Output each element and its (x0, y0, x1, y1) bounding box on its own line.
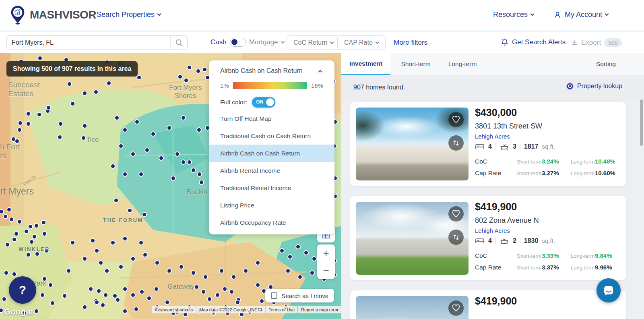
nav-resources[interactable]: Resources (493, 10, 534, 19)
map-property-dot[interactable] (88, 286, 93, 292)
map-property-dot[interactable] (106, 81, 111, 86)
map-property-dot[interactable] (103, 292, 108, 298)
map-property-dot[interactable] (81, 135, 86, 141)
get-search-alerts-button[interactable]: Get Search Alerts (501, 38, 566, 46)
map-property-dot[interactable] (155, 260, 160, 265)
chevron-up-icon[interactable] (318, 70, 322, 74)
map-property-dot[interactable] (46, 105, 51, 110)
property-neighborhood-link[interactable]: Lehigh Acres (475, 227, 510, 234)
export-button[interactable]: Export 500 (571, 38, 622, 47)
map-property-dot[interactable] (154, 286, 159, 292)
map-property-dot[interactable] (229, 289, 234, 294)
map-property-dot[interactable] (297, 274, 303, 280)
mashvisor-logo[interactable]: MASHVISOR (10, 5, 96, 25)
map-property-dot[interactable] (57, 135, 62, 140)
map-property-dot[interactable] (144, 147, 150, 153)
map-property-dot[interactable] (70, 101, 75, 106)
map-property-dot[interactable] (100, 302, 105, 308)
map-property-dot[interactable] (122, 172, 128, 177)
map-property-dot[interactable] (26, 111, 31, 116)
map-property-dot[interactable] (96, 288, 101, 294)
map-property-dot[interactable] (4, 270, 9, 276)
map-property-dot[interactable] (12, 237, 17, 242)
map-property-dot[interactable] (196, 127, 202, 133)
map-property-dot[interactable] (26, 121, 31, 126)
map-property-dot[interactable] (181, 160, 186, 165)
map-property-dot[interactable] (104, 268, 109, 273)
map-property-dot[interactable] (41, 220, 46, 225)
map-property-dot[interactable] (2, 296, 7, 302)
help-button[interactable]: ? (9, 276, 36, 304)
map-property-dot[interactable] (3, 214, 8, 219)
property-card[interactable]: $430,000 3801 13th Street SW Lehigh Acre… (350, 102, 626, 186)
map-attribution-link[interactable]: Terms of Use (266, 306, 297, 313)
heatmap-metric-item[interactable]: Listing Price (209, 197, 334, 214)
map-property-dot[interactable] (62, 293, 67, 298)
chat-launcher-button[interactable] (597, 278, 621, 302)
map-property-dot[interactable] (6, 207, 12, 212)
map-property-dot[interactable] (122, 286, 128, 292)
scrollbar-thumb[interactable] (640, 99, 643, 146)
map-property-dot[interactable] (222, 286, 227, 292)
favorite-button[interactable] (448, 300, 464, 316)
map-property-dot[interactable] (171, 176, 176, 181)
map-property-dot[interactable] (138, 172, 144, 177)
map-property-dot[interactable] (196, 68, 201, 74)
map-property-dot[interactable] (191, 270, 196, 276)
zoom-in-button[interactable]: + (317, 244, 335, 262)
map-property-dot[interactable] (66, 268, 71, 273)
map-property-dot[interactable] (197, 172, 202, 177)
tab-long-term[interactable]: Long-term (439, 53, 486, 75)
map-property-dot[interactable] (194, 284, 199, 290)
map-property-dot[interactable] (58, 121, 63, 126)
mortgage-dropdown[interactable]: Mortgage (249, 38, 284, 46)
map-property-dot[interactable] (134, 119, 140, 124)
heatmap-metric-item[interactable]: Airbnb Cash on Cash Return (209, 145, 334, 162)
map-property-dot[interactable] (5, 242, 10, 247)
map-property-dot[interactable] (175, 151, 180, 157)
map-property-dot[interactable] (17, 127, 22, 133)
map-property-dot[interactable] (202, 67, 207, 72)
map-property-dot[interactable] (219, 268, 224, 273)
map-property-dot[interactable] (231, 274, 236, 280)
map-property-dot[interactable] (12, 271, 17, 277)
map-property-dot[interactable] (28, 224, 33, 229)
map-property-dot[interactable] (312, 256, 317, 261)
search-as-i-move-control[interactable]: Search as I move (265, 289, 334, 302)
map-property-dot[interactable] (259, 298, 264, 304)
map-attribution-link[interactable]: Map data ©2022 Google, INEGI (196, 306, 265, 313)
heatmap-metric-item[interactable]: Traditional Cash on Cash Return (209, 127, 334, 145)
map-property-dot[interactable] (82, 91, 87, 96)
map-property-dot[interactable] (179, 264, 184, 269)
map-property-dot[interactable] (32, 234, 37, 239)
nav-my-account[interactable]: My Account (553, 10, 608, 19)
map-property-dot[interactable] (14, 231, 19, 236)
map-property-dot[interactable] (9, 217, 14, 222)
map-property-dot[interactable] (310, 270, 315, 276)
heatmap-metric-item[interactable]: Traditional Rental Income (209, 179, 334, 197)
map-property-dot[interactable] (201, 289, 206, 294)
map-property-dot[interactable] (34, 309, 39, 314)
map-property-dot[interactable] (243, 268, 248, 273)
map-property-dot[interactable] (139, 289, 144, 294)
search-icon[interactable] (170, 36, 187, 50)
map-property-dot[interactable] (178, 74, 183, 79)
map-property-dot[interactable] (24, 229, 29, 234)
property-neighborhood-link[interactable]: Lehigh Acres (475, 133, 510, 140)
map-property-dot[interactable] (142, 212, 147, 217)
map-property-dot[interactable] (215, 292, 220, 298)
heatmap-metric-item[interactable]: Airbnb Occupancy Rate (209, 214, 334, 231)
map-property-dot[interactable] (70, 240, 75, 245)
property-photo[interactable] (356, 296, 469, 319)
nav-search-properties[interactable]: Search Properties (97, 10, 161, 19)
map-property-dot[interactable] (82, 256, 87, 261)
compare-button[interactable] (448, 230, 464, 245)
map-property-dot[interactable] (82, 304, 87, 310)
search-as-i-move-checkbox[interactable] (271, 292, 277, 299)
map-property-dot[interactable] (94, 300, 99, 305)
map-property-dot[interactable] (130, 292, 136, 298)
map-property-dot[interactable] (34, 223, 39, 228)
property-photo[interactable] (356, 108, 469, 180)
map-attribution-link[interactable]: Report a map error (298, 306, 341, 313)
map-property-dot[interactable] (26, 252, 31, 257)
